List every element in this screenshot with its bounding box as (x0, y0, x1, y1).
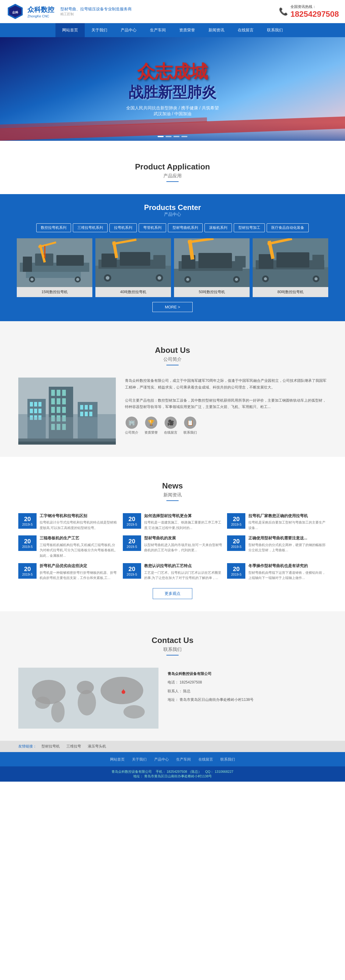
news-item-3[interactable]: 20 2019-5 三辊卷板机的生产工艺 三辊弯板机机械机构拉弯机,又机械式三辊… (18, 535, 118, 558)
news-date-4: 20 2019-5 (123, 535, 141, 551)
about-title-zh: 公司简介 (18, 356, 327, 362)
news-divider (166, 500, 179, 501)
svg-rect-7 (56, 255, 84, 266)
footer-nav-home[interactable]: 网站首页 (110, 757, 125, 762)
product-image-0 (17, 238, 92, 287)
news-desc-5: 型材弯曲机分的分式机立两种，硬摆了的钢的幅板部分立机立型材，上弯曲板... (248, 542, 327, 553)
svg-point-27 (157, 276, 161, 280)
banner-dot-4[interactable] (181, 136, 188, 137)
tag-1[interactable]: 三维拉弯机系列 (73, 223, 108, 232)
nav-item-news[interactable]: 新闻资讯 (202, 23, 231, 37)
logo-text: 众科数控 ZhongKe CNC (27, 5, 54, 18)
nav-item-products[interactable]: 产品中心 (114, 23, 143, 37)
news-item-7[interactable]: 20 2019-5 教您认识拉弯机的工艺特点 工艺是一门艺术。拉弯机认识门艺术认… (123, 563, 223, 581)
nav-item-honors[interactable]: 资质荣誉 (173, 23, 202, 37)
product-card-1[interactable]: 40吨数控拉弯机 (95, 238, 171, 297)
nav-item-workshop[interactable]: 生产车间 (143, 23, 173, 37)
svg-rect-85 (85, 412, 88, 416)
tag-7[interactable]: 医疗食品自动化装备 (267, 223, 309, 232)
footer-quick-link-0[interactable]: 型材拉弯机 (41, 744, 60, 749)
tag-3[interactable]: 弯管机系列 (139, 223, 166, 232)
product-application-divider (166, 181, 179, 182)
news-title-1: 如何选择型材拉弯机更合算 (144, 513, 223, 519)
company-label: 公司简介 (125, 430, 138, 435)
about-content: 青岛众科数控装备有限公司，成立于中国海军建军70周年之际，值逢于中国军民融合产业… (125, 377, 327, 445)
footer-quick-link-1[interactable]: 三维拉弯 (67, 744, 81, 749)
about-divider (166, 365, 179, 365)
svg-rect-59 (57, 398, 60, 404)
message-label: 在线留言 (164, 430, 177, 435)
more-button-wrap: MORE > (6, 302, 339, 312)
banner-dot-2[interactable] (165, 136, 172, 137)
about-link-company[interactable]: 🏢 公司简介 (125, 417, 138, 435)
news-title-0: 工字钢冷弯机和拉弯机区别 (40, 513, 118, 519)
more-button[interactable]: MORE > (153, 302, 192, 312)
svg-rect-61 (51, 407, 55, 413)
tag-6[interactable]: 型材拉弯加工 (234, 223, 265, 232)
products-grid: 15吨数控拉弯机 (6, 238, 339, 297)
contact-divider (166, 655, 179, 655)
news-item-1[interactable]: 20 2019-5 如何选择型材拉弯机更合算 拉弯机是一道建筑施工、铁路施工重要… (123, 513, 223, 531)
honors-icon: 🏆 (145, 417, 157, 429)
news-item-2[interactable]: 20 2019-5 拉弯机厂家教您正确的使用拉弯机 拉弯机是采购后自要加工型材与… (227, 513, 327, 531)
about-link-message[interactable]: 🎥 在线留言 (164, 417, 177, 435)
news-item-8[interactable]: 20 2019-5 冬季操作型材弯曲机也是有讲究的 型材弯曲机由弯辊下运营下通道… (227, 563, 327, 581)
news-title-5: 正确使用型材弯曲机需要注意这... (248, 535, 327, 541)
tag-4[interactable]: 型材弯曲机系列 (168, 223, 203, 232)
product-image-3 (253, 238, 328, 287)
banner-dot-3[interactable] (173, 136, 180, 137)
svg-rect-20 (120, 252, 150, 266)
svg-rect-72 (34, 402, 37, 407)
footer-nav-about[interactable]: 关于我们 (132, 757, 146, 762)
news-title-8: 冬季操作型材弯曲机也是有讲究的 (248, 563, 327, 569)
news-body-1: 如何选择型材拉弯机更合算 拉弯机是一道建筑施工、铁路施工重要的工序工序工度,它在… (144, 513, 223, 531)
news-date-2: 20 2019-5 (227, 513, 245, 529)
footer-nav-products[interactable]: 产品中心 (154, 757, 169, 762)
footer-nav-message[interactable]: 在线留言 (199, 757, 213, 762)
svg-rect-88 (18, 417, 116, 442)
about-link-honors[interactable]: 🏆 资质荣誉 (145, 417, 158, 435)
contact-title-zh: 联系我们 (18, 647, 327, 652)
contact-label: 联系我们 (183, 430, 197, 435)
about-link-contact[interactable]: 📋 联系我们 (183, 417, 197, 435)
svg-point-37 (186, 278, 189, 281)
svg-text:众科: 众科 (12, 11, 19, 14)
banner-dot-1[interactable] (157, 136, 164, 137)
svg-point-92 (51, 701, 65, 722)
footer-quick-link-2[interactable]: 液压弯头机 (88, 744, 106, 749)
news-body-2: 拉弯机厂家教您正确的使用拉弯机 拉弯机是采购后自要加工型材与弯曲加工的主要生产设… (248, 513, 327, 531)
footer-nav-workshop[interactable]: 生产车间 (176, 757, 191, 762)
product-card-3[interactable]: 80吨数控拉弯机 (253, 238, 328, 297)
news-item-6[interactable]: 20 2019-5 折弯机产品优劣由这些决定 折弯机是一种能够精密折弯行折弯钢板… (18, 563, 118, 581)
svg-rect-58 (51, 398, 55, 404)
banner-title-line1: 众志成城 (126, 61, 218, 83)
svg-rect-73 (38, 402, 41, 407)
more-views-button[interactable]: 更多观点 (153, 588, 192, 599)
contact-icon: 📋 (184, 417, 196, 429)
news-date-8: 20 2019-5 (227, 563, 245, 579)
svg-rect-8 (26, 272, 81, 278)
nav-item-about[interactable]: 关于我们 (85, 23, 114, 37)
page-header: 众科 众科数控 ZhongKe CNC 型材弯曲、拉弯锻压设备专业制造服务商 精… (0, 0, 345, 23)
main-nav: 网站首页 关于我们 产品中心 生产车间 资质荣誉 新闻资讯 在线留言 联系我们 (0, 23, 345, 37)
nav-item-home[interactable]: 网站首页 (56, 23, 85, 37)
news-item-4[interactable]: 20 2019-5 型材弯曲机的发展 以型材弯曲机进入国内市场开始,别可一天来自… (123, 535, 223, 558)
nav-item-contact[interactable]: 联系我们 (260, 23, 289, 37)
svg-rect-63 (62, 407, 66, 413)
news-item-0[interactable]: 20 2019-5 工字钢冷弯机和拉弯机区别 拉弯机设计分节式拉弯机和拉弯机的特… (18, 513, 118, 531)
news-date-1: 20 2019-5 (123, 513, 141, 529)
tag-5[interactable]: 滚板机系列 (205, 223, 232, 232)
contact-address: 地址： 青岛市黄岛区日山南街办事处椎岭小村1138号 (168, 697, 327, 703)
footer-nav-contact[interactable]: 联系我们 (220, 757, 235, 762)
honors-label: 资质荣誉 (145, 430, 158, 435)
logo-icon: 众科 (6, 3, 24, 20)
nav-item-message[interactable]: 在线留言 (231, 23, 260, 37)
contact-title-en: Contact Us (18, 636, 327, 645)
news-title-zh: 新闻资讯 (18, 492, 327, 498)
product-card-2[interactable]: 50吨数控拉弯机 (174, 238, 250, 297)
product-card-0[interactable]: 15吨数控拉弯机 (17, 238, 92, 297)
tag-2[interactable]: 拉弯机系列 (110, 223, 137, 232)
news-header: News 新闻资讯 (18, 469, 327, 507)
news-item-5[interactable]: 20 2019-5 正确使用型材弯曲机需要注意这... 型材弯曲机分的分式机立两… (227, 535, 327, 558)
tag-0[interactable]: 数控拉弯机系列 (36, 223, 71, 232)
